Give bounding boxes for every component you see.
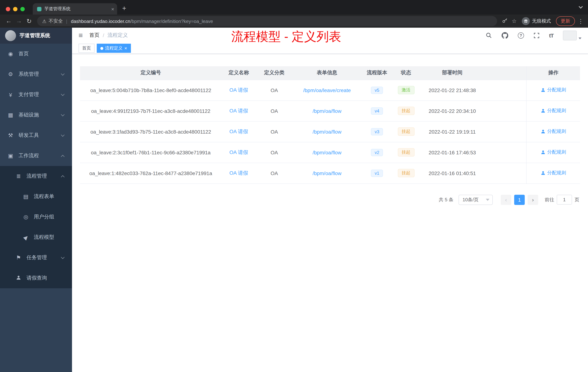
sidebar-item-label: 用户分组 — [34, 214, 54, 220]
tools-icon: ⚒ — [7, 132, 14, 139]
page-number-button[interactable]: 1 — [514, 195, 525, 205]
tag-process-definition[interactable]: 流程定义 × — [97, 44, 131, 53]
cell-definition-id: oa_leave:2:3c1f0ef1-76b1-11ec-9c66-a2380… — [80, 142, 221, 163]
next-page-button[interactable]: › — [528, 195, 538, 205]
chevron-down-icon — [61, 113, 64, 116]
tag-home[interactable]: 首页 — [79, 44, 94, 53]
annotation-title: 流程模型 - 定义列表 — [231, 28, 341, 45]
definition-name-link[interactable]: OA 请假 — [230, 170, 248, 176]
sidebar: 芋道管理系统 ◉ 首页 ⚙ 系统管理 ¥ 支付管理 ▦ 基础设施 — [0, 28, 72, 372]
sidebar-item-label: 基础设施 — [19, 112, 39, 118]
form-link[interactable]: /bpm/oa/leave/create — [303, 87, 351, 93]
page-content: 定义编号 定义名称 定义分类 表单信息 流程版本 状态 部署时间 操作 — [72, 54, 588, 372]
cell-spacer — [485, 163, 526, 184]
security-label[interactable]: 不安全 — [49, 18, 63, 24]
cell-spacer — [485, 121, 526, 142]
update-button[interactable]: 更新 — [556, 16, 575, 26]
assign-rule-button[interactable]: 分配规则 — [541, 128, 566, 135]
prev-page-button[interactable]: ‹ — [501, 195, 511, 205]
sidebar-item-label: 工作流程 — [19, 153, 39, 159]
person-icon — [541, 129, 545, 134]
definition-name-link[interactable]: OA 请假 — [230, 87, 248, 93]
app-root: 芋道管理系统 ◉ 首页 ⚙ 系统管理 ¥ 支付管理 ▦ 基础设施 — [0, 28, 588, 372]
help-icon[interactable]: ? — [518, 32, 524, 38]
assign-rule-button[interactable]: 分配规则 — [541, 108, 566, 114]
definition-name-link[interactable]: OA 请假 — [230, 149, 248, 155]
sidebar-item-devtools[interactable]: ⚒ 研发工具 — [0, 125, 72, 146]
sidebar-item-label: 首页 — [19, 51, 29, 57]
browser-tab[interactable]: 芋道管理系统 × — [33, 3, 117, 15]
sidebar-logo[interactable]: 芋道管理系统 — [0, 28, 72, 44]
sidebar-item-user-group[interactable]: ◎ 用户分组 — [0, 207, 72, 227]
assign-rule-button[interactable]: 分配规则 — [541, 149, 566, 156]
cell-category: OA — [256, 100, 293, 121]
sidebar-item-workflow[interactable]: ▣ 工作流程 — [0, 146, 72, 166]
sidebar-submenu-workflow: ≣ 流程管理 ▤ 流程表单 ◎ 用户分组 ▶ 流程模型 ⚑ — [0, 166, 72, 288]
forward-icon[interactable]: → — [14, 17, 24, 25]
key-icon[interactable] — [500, 18, 509, 25]
sidebar-item-infrastructure[interactable]: ▦ 基础设施 — [0, 105, 72, 125]
breadcrumb-home[interactable]: 首页 — [89, 32, 99, 39]
cell-deploy-time: 2022-01-22 21:48:38 — [420, 80, 485, 100]
cell-category: OA — [256, 121, 293, 142]
tag-close-icon[interactable]: × — [124, 46, 127, 51]
sidebar-item-process-management[interactable]: ≣ 流程管理 — [0, 166, 72, 186]
table-row: oa_leave:3:1fad3d93-7b75-11ec-a3c8-acde4… — [80, 121, 580, 142]
form-link[interactable]: /bpm/oa/flow — [313, 129, 341, 134]
user-avatar[interactable] — [563, 30, 581, 40]
sidebar-item-task-management[interactable]: ⚑ 任务管理 — [0, 248, 72, 268]
goto-page-input[interactable] — [557, 195, 572, 205]
tab-favicon-icon — [37, 7, 42, 11]
form-link[interactable]: /bpm/oa/flow — [313, 170, 341, 176]
browser-menu-icon[interactable]: ⋮ — [577, 18, 584, 25]
font-size-icon[interactable]: tT — [549, 32, 554, 38]
version-badge: v1 — [371, 169, 383, 177]
reload-icon[interactable]: ↻ — [24, 17, 34, 25]
search-icon[interactable] — [485, 32, 492, 39]
minimize-window-button[interactable] — [13, 7, 17, 11]
cell-deploy-time: 2022-01-16 01:40:51 — [420, 163, 485, 184]
cell-spacer — [485, 142, 526, 163]
sidebar-item-payment[interactable]: ¥ 支付管理 — [0, 85, 72, 105]
definition-name-link[interactable]: OA 请假 — [230, 108, 248, 113]
status-badge: 挂起 — [398, 148, 414, 156]
yen-icon: ¥ — [7, 92, 14, 98]
definition-name-link[interactable]: OA 请假 — [230, 128, 248, 134]
cell-spacer — [485, 80, 526, 100]
url-host: dashboard.yudao.iocoder.cn — [71, 18, 130, 24]
close-window-button[interactable] — [6, 7, 10, 11]
tab-close-icon[interactable]: × — [111, 6, 114, 11]
version-badge: v5 — [371, 87, 383, 94]
sidebar-item-leave-query[interactable]: 请假查询 — [0, 268, 72, 288]
browser-toolbar: ← → ↻ ⚠ 不安全 | dashboard.yudao.iocoder.cn… — [0, 15, 588, 28]
fullscreen-icon[interactable] — [534, 32, 540, 38]
form-link[interactable]: /bpm/oa/flow — [313, 149, 341, 155]
sidebar-item-process-model[interactable]: ▶ 流程模型 — [0, 227, 72, 248]
navbar-actions: ? tT — [485, 30, 581, 40]
version-badge: v4 — [371, 107, 383, 114]
form-link[interactable]: /bpm/oa/flow — [313, 108, 341, 114]
col-definition-id: 定义编号 — [80, 66, 221, 80]
bookmark-star-icon[interactable]: ☆ — [509, 18, 519, 24]
zoom-window-button[interactable] — [20, 7, 25, 11]
assign-rule-button[interactable]: 分配规则 — [541, 170, 566, 176]
tab-search-chevron-icon[interactable] — [579, 5, 583, 9]
sidebar-item-home[interactable]: ◉ 首页 — [0, 44, 72, 64]
back-icon[interactable]: ← — [4, 17, 14, 25]
address-bar[interactable]: ⚠ 不安全 | dashboard.yudao.iocoder.cn /bpm/… — [37, 16, 497, 26]
status-badge: 激活 — [398, 86, 414, 94]
page-size-select[interactable]: 10条/页 — [459, 195, 493, 205]
sidebar-item-process-form[interactable]: ▤ 流程表单 — [0, 186, 72, 207]
cell-deploy-time: 2022-01-22 20:34:10 — [420, 100, 485, 121]
assign-rule-button[interactable]: 分配规则 — [541, 87, 566, 93]
sidebar-item-system[interactable]: ⚙ 系统管理 — [0, 64, 72, 85]
table-row: oa_leave:4:991f2193-7b7f-11ec-a3c8-acde4… — [80, 100, 580, 121]
col-form-info: 表单信息 — [293, 66, 362, 80]
hamburger-icon[interactable]: ≡ — [79, 31, 83, 40]
table-row: oa_leave:1:482ec033-762a-11ec-8477-a2380… — [80, 163, 580, 184]
version-badge: v2 — [371, 149, 383, 156]
new-tab-button[interactable]: + — [117, 4, 126, 15]
sidebar-item-label: 支付管理 — [19, 91, 39, 98]
col-definition-name: 定义名称 — [221, 66, 256, 80]
github-icon[interactable] — [502, 32, 508, 39]
